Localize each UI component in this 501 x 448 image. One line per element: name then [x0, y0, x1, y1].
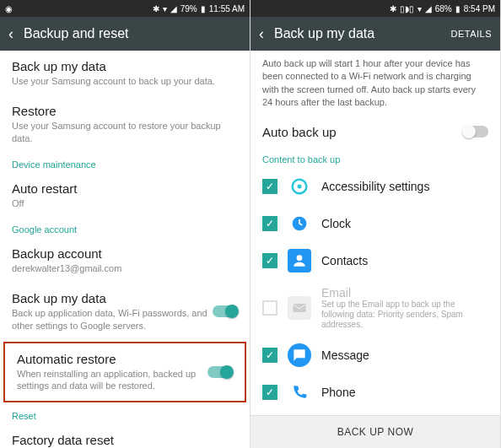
status-bar: ◉ ✱ ▾ ◢ 79% ▮ 11:55 AM: [0, 0, 250, 17]
backup-account-item[interactable]: Backup account derekwalter13@gmail.com: [0, 238, 250, 283]
backup-google-toggle[interactable]: [213, 305, 238, 317]
signal-icon: ◢: [170, 4, 177, 13]
auto-backup-toggle[interactable]: [463, 126, 488, 138]
backup-content: Auto back up will start 1 hour after you…: [250, 51, 500, 415]
email-icon: [288, 296, 311, 320]
app-bar: ‹ Back up my data DETAILS: [250, 17, 500, 51]
left-panel: ◉ ✱ ▾ ◢ 79% ▮ 11:55 AM ‹ Backup and rese…: [0, 0, 250, 448]
restore-item[interactable]: Restore Use your Samsung account to rest…: [0, 95, 250, 153]
auto-restart-item[interactable]: Auto restart Off: [0, 173, 250, 218]
bluetooth-icon: ✱: [153, 4, 159, 13]
info-text: Auto back up will start 1 hour after you…: [250, 51, 500, 116]
clock-item[interactable]: ✓ Clock: [250, 205, 500, 242]
contacts-item[interactable]: ✓ Contacts: [250, 242, 500, 279]
checkbox-icon[interactable]: ✓: [262, 385, 277, 400]
backup-now-button[interactable]: BACK UP NOW: [250, 415, 500, 448]
checkbox-icon[interactable]: ✓: [262, 179, 277, 194]
checkbox-icon[interactable]: ✓: [262, 216, 277, 231]
wifi-icon: ▾: [163, 4, 167, 13]
contacts-icon: [288, 249, 311, 273]
phone-icon: [288, 381, 311, 404]
accessibility-icon: [288, 175, 311, 198]
message-icon: [288, 343, 311, 367]
bluetooth-icon: ✱: [390, 4, 396, 13]
svg-point-1: [298, 184, 302, 188]
backup-samsung-item[interactable]: Back up my data Use your Samsung account…: [0, 51, 250, 95]
checkbox-icon: [262, 300, 277, 316]
vibrate-icon: ▯◗▯: [400, 4, 414, 13]
app-bar: ‹ Backup and reset: [0, 17, 250, 51]
highlight-box: Automatic restore When reinstalling an a…: [3, 342, 246, 402]
section-content-backup: Content to back up: [250, 148, 500, 168]
right-panel: ✱ ▯◗▯ ▾ ◢ 68% ▮ 8:54 PM ‹ Back up my dat…: [250, 0, 501, 448]
checkbox-icon[interactable]: ✓: [262, 253, 277, 268]
section-device-maintenance: Device maintenance: [0, 153, 250, 173]
section-google-account: Google account: [0, 218, 250, 238]
svg-rect-4: [294, 304, 306, 312]
checkbox-icon[interactable]: ✓: [262, 348, 277, 363]
auto-backup-item[interactable]: Auto back up: [250, 116, 500, 148]
wifi-icon: ▾: [418, 4, 422, 13]
clock-text: 8:54 PM: [464, 4, 495, 13]
back-icon[interactable]: ‹: [259, 25, 264, 43]
section-reset: Reset: [0, 404, 250, 424]
page-title: Back up my data: [274, 26, 374, 41]
details-button[interactable]: DETAILS: [450, 29, 492, 39]
status-bar: ✱ ▯◗▯ ▾ ◢ 68% ▮ 8:54 PM: [250, 0, 500, 17]
message-item[interactable]: ✓ Message: [250, 337, 500, 374]
clock-text: 11:55 AM: [209, 4, 245, 13]
page-title: Backup and reset: [24, 26, 129, 41]
signal-icon: ◢: [425, 4, 432, 13]
battery-percent: 68%: [435, 4, 452, 13]
factory-reset-item[interactable]: Factory data reset: [0, 424, 250, 448]
automatic-restore-toggle[interactable]: [207, 366, 233, 378]
battery-percent: 79%: [180, 4, 197, 13]
location-icon: ◉: [5, 4, 13, 13]
back-icon[interactable]: ‹: [8, 25, 13, 43]
accessibility-item[interactable]: ✓ Accessibility settings: [250, 168, 500, 205]
battery-icon: ▮: [201, 4, 206, 13]
svg-point-3: [297, 255, 303, 261]
battery-icon: ▮: [455, 4, 461, 13]
clock-icon: [288, 212, 311, 235]
automatic-restore-item[interactable]: Automatic restore When reinstalling an a…: [5, 343, 245, 401]
settings-list: Back up my data Use your Samsung account…: [0, 51, 250, 448]
phone-item[interactable]: ✓ Phone: [250, 374, 500, 411]
backup-google-item[interactable]: Back up my data Back up application data…: [0, 283, 250, 340]
email-item: Email Set up the Email app to back up th…: [250, 279, 500, 337]
